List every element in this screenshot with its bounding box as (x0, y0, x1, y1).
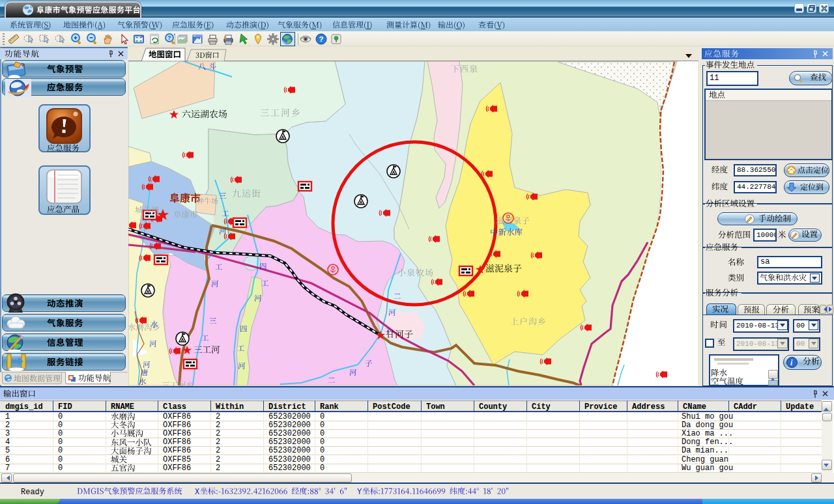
svg-text:?: ? (319, 35, 323, 43)
svg-text:?: ? (167, 35, 171, 41)
